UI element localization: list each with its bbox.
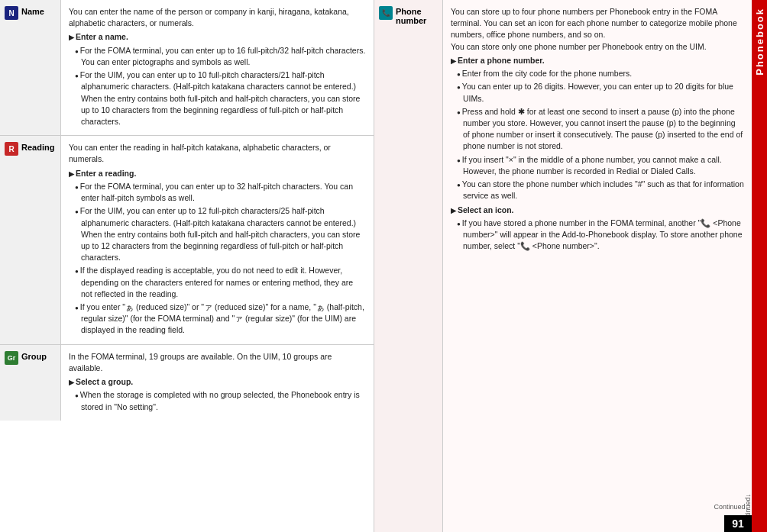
phone-icon: 📞 [379,6,393,20]
group-intro: In the FOMA terminal, 19 groups are avai… [69,352,332,372]
group-icon-cell: Gr Group [0,345,61,421]
phone-bullet1-4: You can store the phone number which inc… [457,179,744,202]
reading-title: Reading [21,142,54,152]
page-number: 91 [724,515,752,532]
reading-entry-row: R Reading You can enter the reading in h… [0,136,374,345]
reading-bullet-3: If you enter "ぁ (reduced size)" or "ァ (r… [75,301,366,337]
name-icon-cell: N Name [0,0,61,135]
right-panel: 📞 Phone number You can store up to four … [374,0,752,532]
main-content: N Name You can enter the name of the per… [0,0,767,532]
reading-icon-cell: R Reading [0,136,61,344]
phone-entry-row: 📞 Phone number You can store up to four … [374,0,752,532]
reading-bullet-0: For the FOMA terminal, you can enter up … [75,181,366,204]
phone-bullet1-1: You can enter up to 26 digits. However, … [457,81,744,104]
group-entry-row: Gr Group In the FOMA terminal, 19 groups… [0,345,374,421]
phone-intro: You can store up to four phone numbers p… [451,7,737,39]
phone-bullet1-3: If you insert "×" in the middle of a pho… [457,154,744,177]
phone-arrow1: Enter a phone number. [451,55,744,66]
name-content: You can enter the name of the person or … [61,0,374,135]
reading-arrow: Enter a reading. [69,168,366,179]
reading-bullet-1: For the UIM, you can enter up to 12 full… [75,205,366,263]
group-bullet-0: When the storage is completed with no gr… [75,389,366,412]
phone-bullet2-0: If you have stored a phone number in the… [457,218,744,253]
name-icon: N [5,6,18,20]
reading-bullet-2: If the displayed reading is acceptable, … [75,265,366,300]
name-arrow: Enter a name. [69,31,366,43]
phone-bullet1-2: Press and hold ✱ for at least one second… [457,106,744,153]
group-title: Group [21,351,47,361]
phone-intro2: You can store only one phone number per … [451,42,707,51]
phone-arrow2: Select an icon. [451,205,744,216]
reading-intro: You can enter the reading in half-pitch … [69,143,331,163]
name-bullet-1: For the UIM, you can enter up to 10 full… [75,69,366,127]
phone-bullet1-0: Enter from the city code for the phone n… [457,68,744,79]
phone-content: You can store up to four phone numbers p… [443,0,752,532]
name-entry-row: N Name You can enter the name of the per… [0,0,374,136]
group-content: In the FOMA terminal, 19 groups are avai… [61,345,374,421]
reading-icon: R [5,142,18,156]
reading-content: You can enter the reading in half-pitch … [61,136,374,344]
group-icon: Gr [5,351,18,365]
phone-title: Phone number [396,6,438,25]
name-title: Name [21,6,44,16]
phone-icon-cell: 📞 Phone number [374,0,443,532]
right-sidebar: Phonebook [752,0,767,532]
name-intro: You can enter the name of the person or … [69,7,349,27]
name-bullet-0: For the FOMA terminal, you can enter up … [75,45,366,68]
continued-text: Continued↓ [714,503,749,511]
group-arrow: Select a group. [69,376,366,388]
left-panel: N Name You can enter the name of the per… [0,0,374,532]
sidebar-label: Phonebook [754,8,765,76]
